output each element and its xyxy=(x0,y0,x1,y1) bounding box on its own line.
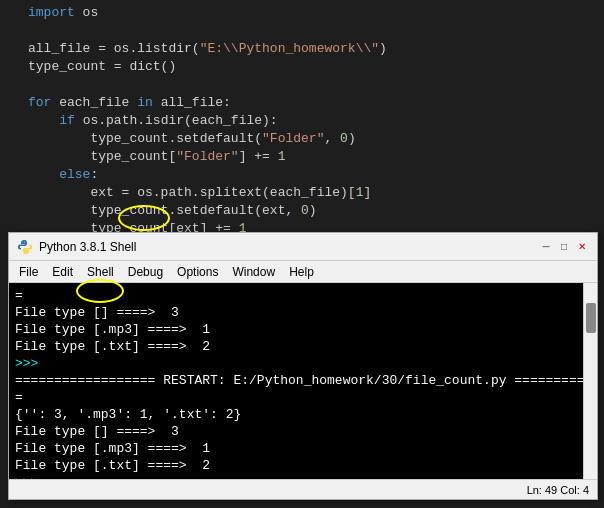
shell-line-11: File type [.txt] ====> 2 xyxy=(15,457,581,474)
shell-line-4: File type [.txt] ====> 2 xyxy=(15,338,581,355)
shell-line-7: = xyxy=(15,389,581,406)
code-line-1: import os xyxy=(0,4,604,22)
scroll-thumb[interactable] xyxy=(586,303,596,333)
python-icon xyxy=(17,239,33,255)
shell-output[interactable]: = File type [] ====> 3 File type [.mp3] … xyxy=(9,283,597,479)
menu-window[interactable]: Window xyxy=(226,262,281,282)
code-line-5 xyxy=(0,76,604,94)
shell-window: Python 3.8.1 Shell ─ □ ✕ File Edit Shell… xyxy=(8,232,598,500)
shell-line-5: >>> xyxy=(15,355,581,372)
minimize-button[interactable]: ─ xyxy=(539,240,553,254)
code-editor: import os all_file = os.listdir("E:\\Pyt… xyxy=(0,0,604,240)
shell-line-8: {'': 3, '.mp3': 1, '.txt': 2} xyxy=(15,406,581,423)
code-line-11: ext = os.path.splitext(each_file)[1] xyxy=(0,184,604,202)
code-line-12: type_count.setdefault(ext, 0) xyxy=(0,202,604,220)
maximize-button[interactable]: □ xyxy=(557,240,571,254)
code-line-9: type_count["Folder"] += 1 xyxy=(0,148,604,166)
shell-line-10: File type [.mp3] ====> 1 xyxy=(15,440,581,457)
code-line-3: all_file = os.listdir("E:\\Python_homewo… xyxy=(0,40,604,58)
window-controls: ─ □ ✕ xyxy=(539,240,589,254)
shell-statusbar: Ln: 49 Col: 4 xyxy=(9,479,597,499)
menu-options[interactable]: Options xyxy=(171,262,224,282)
code-line-8: type_count.setdefault("Folder", 0) xyxy=(0,130,604,148)
shell-line-2: File type [] ====> 3 xyxy=(15,304,581,321)
shell-line-1: = xyxy=(15,287,581,304)
shell-menubar: File Edit Shell Debug Options Window Hel… xyxy=(9,261,597,283)
code-line-2 xyxy=(0,22,604,40)
shell-titlebar: Python 3.8.1 Shell ─ □ ✕ xyxy=(9,233,597,261)
shell-line-12: >>> xyxy=(15,474,581,479)
shell-line-3: File type [.mp3] ====> 1 xyxy=(15,321,581,338)
menu-shell[interactable]: Shell xyxy=(81,262,120,282)
menu-help[interactable]: Help xyxy=(283,262,320,282)
status-text: Ln: 49 Col: 4 xyxy=(527,484,589,496)
close-button[interactable]: ✕ xyxy=(575,240,589,254)
code-line-7: if os.path.isdir(each_file): xyxy=(0,112,604,130)
scrollbar[interactable] xyxy=(583,283,597,479)
code-line-6: for each_file in all_file: xyxy=(0,94,604,112)
menu-file[interactable]: File xyxy=(13,262,44,282)
menu-debug[interactable]: Debug xyxy=(122,262,169,282)
code-line-4: type_count = dict() xyxy=(0,58,604,76)
shell-line-9: File type [] ====> 3 xyxy=(15,423,581,440)
menu-edit[interactable]: Edit xyxy=(46,262,79,282)
shell-restart-line: ================== RESTART: E:/Python_ho… xyxy=(15,372,581,389)
code-line-10: else: xyxy=(0,166,604,184)
shell-title-text: Python 3.8.1 Shell xyxy=(39,240,539,254)
